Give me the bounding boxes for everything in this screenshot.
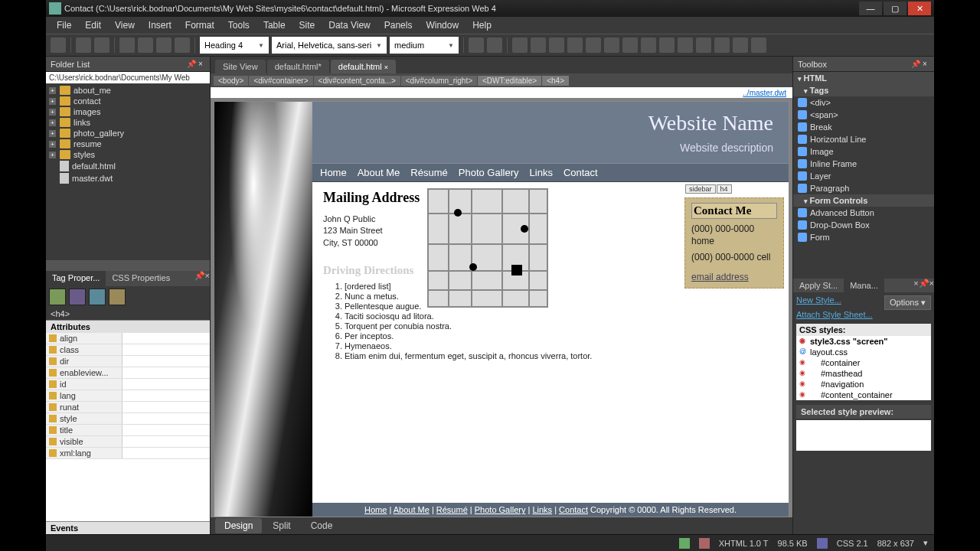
toolbox-item[interactable]: Advanced Button — [793, 207, 934, 219]
pin-icon[interactable]: 📌 — [187, 60, 196, 68]
attr-name[interactable]: visible — [46, 436, 122, 447]
attr-value[interactable] — [122, 356, 210, 367]
show-set-icon[interactable] — [89, 289, 106, 305]
list-number-icon[interactable] — [641, 37, 656, 53]
menu-table[interactable]: Table — [257, 18, 292, 33]
attr-value[interactable] — [122, 344, 210, 355]
footer-link[interactable]: About Me — [394, 505, 430, 514]
menu-panels[interactable]: Panels — [378, 18, 419, 33]
align-right-icon[interactable] — [604, 37, 619, 53]
save-icon[interactable] — [94, 37, 109, 53]
toolbox-category[interactable]: Tags — [793, 84, 934, 96]
nav-link[interactable]: Contact — [564, 167, 598, 178]
region-tag[interactable]: h4 — [717, 184, 732, 194]
attr-name[interactable]: dir — [46, 356, 122, 367]
pin-icon[interactable]: 📌 — [194, 271, 205, 286]
nav-link[interactable]: Links — [530, 167, 553, 178]
attr-name[interactable]: lang — [46, 390, 122, 401]
italic-icon[interactable] — [531, 37, 546, 53]
open-icon[interactable] — [76, 37, 91, 53]
status-icon[interactable] — [817, 538, 828, 549]
highlight-icon[interactable] — [714, 37, 730, 53]
doc-tab[interactable]: default.html* — [267, 60, 329, 73]
attr-value[interactable] — [122, 448, 210, 458]
size-select[interactable]: medium▼ — [390, 37, 459, 54]
toolbox-item[interactable]: Paragraph — [793, 182, 934, 194]
css-rule[interactable]: #container — [796, 357, 931, 368]
new-style-link[interactable]: New Style... — [796, 295, 841, 305]
tab-tag-properties[interactable]: Tag Proper... — [46, 271, 106, 286]
nav-link[interactable]: About Me — [358, 167, 400, 178]
close-panel-icon[interactable]: × — [920, 60, 929, 68]
options-button[interactable]: Options ▾ — [884, 295, 931, 310]
nav-link[interactable]: Photo Gallery — [459, 167, 519, 178]
nav-link[interactable]: Home — [320, 167, 347, 178]
attr-name[interactable]: id — [46, 379, 122, 390]
attr-name[interactable]: style — [46, 413, 122, 424]
attr-name[interactable]: enableview... — [46, 367, 122, 378]
attach-stylesheet-link[interactable]: Attach Style Sheet... — [796, 310, 873, 319]
pin-icon[interactable]: 📌 — [911, 60, 920, 68]
close-button[interactable]: ✕ — [908, 2, 931, 15]
email-link[interactable]: email address — [691, 272, 749, 282]
toolbox-item[interactable]: Break — [793, 121, 934, 133]
css-rule[interactable]: #navigation — [796, 379, 931, 390]
menu-insert[interactable]: Insert — [142, 18, 178, 33]
phone-cell[interactable]: (000) 000-0000 cell — [691, 252, 777, 264]
menu-file[interactable]: File — [51, 18, 77, 33]
toolbox-item[interactable]: Form — [793, 231, 934, 243]
preview-icon[interactable] — [119, 37, 135, 53]
sidebar-editable[interactable]: sidebar h4 Contact Me (000) 000-0000 hom… — [684, 197, 784, 289]
toolbox-category[interactable]: Form Controls — [793, 194, 934, 207]
toolbox-item[interactable]: Drop-Down Box — [793, 219, 934, 231]
tree-item[interactable]: +photo_gallery — [46, 128, 210, 139]
attr-value[interactable] — [122, 367, 210, 378]
tab-manage-styles[interactable]: Mana... — [844, 279, 884, 292]
toolbox-item[interactable]: Horizontal Line — [793, 133, 934, 145]
events-section[interactable]: Events — [46, 521, 210, 534]
attr-value[interactable] — [122, 413, 210, 424]
breadcrumb-item[interactable]: <h4> — [542, 76, 569, 86]
insert-table-icon[interactable] — [751, 37, 766, 53]
css-rule[interactable]: layout.css — [796, 347, 931, 357]
tree-item[interactable]: +links — [46, 117, 210, 128]
footer-link[interactable]: Photo Gallery — [475, 505, 526, 514]
tree-item[interactable]: +contact — [46, 96, 210, 106]
toolbox-item[interactable]: Layer — [793, 170, 934, 182]
attr-value[interactable] — [122, 436, 210, 447]
tree-item[interactable]: master.dwt — [46, 172, 210, 184]
attr-value[interactable] — [122, 402, 210, 412]
style-select[interactable]: Heading 4▼ — [200, 37, 269, 54]
sort-category-icon[interactable] — [69, 289, 86, 305]
breadcrumb-item[interactable]: <div#column_right> — [401, 76, 477, 86]
tree-item[interactable]: default.html — [46, 160, 210, 172]
attributes-section[interactable]: Attributes — [46, 320, 210, 333]
close-panel-icon[interactable]: × — [205, 271, 210, 286]
breadcrumb-item[interactable]: <div#container> — [249, 76, 312, 86]
show-all-icon[interactable] — [109, 289, 126, 305]
tab-apply-styles[interactable]: Apply St... — [793, 279, 844, 292]
tree-item[interactable]: +images — [46, 106, 210, 117]
menu-tools[interactable]: Tools — [222, 18, 256, 33]
breadcrumb-item[interactable]: <body> — [214, 76, 248, 86]
nav-link[interactable]: Résumé — [410, 167, 447, 178]
maximize-button[interactable]: ▢ — [884, 2, 906, 15]
footer-link[interactable]: Contact — [559, 505, 588, 514]
region-tag[interactable]: sidebar — [685, 184, 716, 194]
folder-path[interactable]: C:\Users\rick.bodnar\Documents\My Web — [46, 72, 210, 83]
attr-value[interactable] — [122, 390, 210, 401]
doc-tab[interactable]: Site View — [215, 60, 266, 73]
list-bullet-icon[interactable] — [622, 37, 638, 53]
superpreview-icon[interactable] — [156, 37, 172, 53]
underline-icon[interactable] — [549, 37, 564, 53]
tree-item[interactable]: +about_me — [46, 85, 210, 96]
tab-css-properties[interactable]: CSS Properties — [106, 271, 176, 286]
publish-icon[interactable] — [138, 37, 153, 53]
new-icon[interactable] — [51, 37, 66, 53]
menu-window[interactable]: Window — [420, 18, 465, 33]
attr-name[interactable]: runat — [46, 402, 122, 412]
snapshot-icon[interactable] — [175, 37, 190, 53]
outdent-icon[interactable] — [659, 37, 675, 53]
toolbox-item[interactable]: <div> — [793, 96, 934, 109]
attr-name[interactable]: align — [46, 333, 122, 344]
